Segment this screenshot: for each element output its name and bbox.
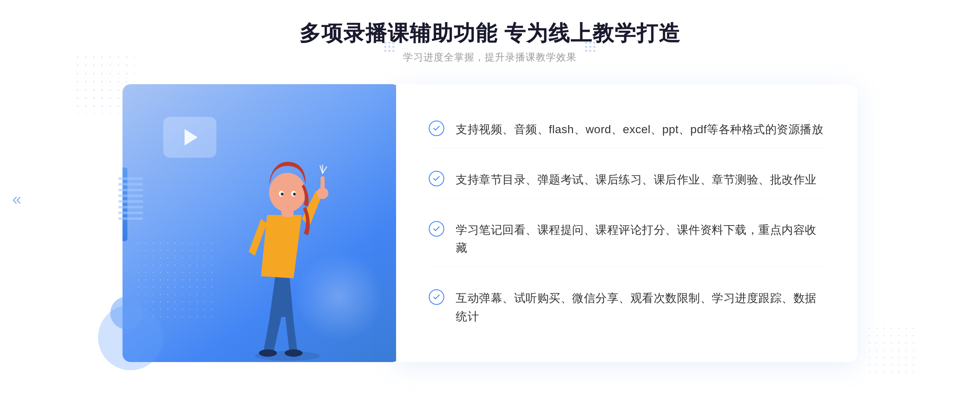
check-icon-1 — [429, 121, 444, 136]
content-area: 支持视频、音频、flash、word、excel、ppt、pdf等各种格式的资源… — [122, 84, 858, 362]
svg-point-4 — [269, 173, 306, 212]
play-bubble — [163, 117, 216, 158]
feature-text-1: 支持视频、音频、flash、word、excel、ppt、pdf等各种格式的资源… — [456, 121, 823, 139]
feature-item-4: 互动弹幕、试听购买、微信分享、观看次数限制、学习进度跟踪、数据统计 — [429, 280, 825, 335]
deco-circle-2 — [110, 297, 143, 329]
check-icon-4 — [429, 289, 444, 305]
bg-dots-decoration-2 — [866, 324, 915, 373]
svg-line-13 — [323, 167, 327, 173]
play-triangle-icon — [185, 129, 198, 145]
page-container: « 多项录播课辅助功能 专为线上教学打造 学习进度全掌握，提升录播课教学效果 — [0, 0, 980, 398]
svg-point-2 — [285, 349, 303, 357]
svg-point-8 — [293, 193, 296, 196]
main-title: 多项录播课辅助功能 专为线上教学打造 — [299, 20, 681, 46]
check-icon-2 — [429, 171, 444, 186]
left-arrow-decoration: « — [12, 190, 21, 208]
feature-text-3: 学习笔记回看、课程提问、课程评论打分、课件资料下载，重点内容收藏 — [456, 221, 825, 258]
features-panel: 支持视频、音频、flash、word、excel、ppt、pdf等各种格式的资源… — [396, 84, 858, 362]
feature-text-4: 互动弹幕、试听购买、微信分享、观看次数限制、学习进度跟踪、数据统计 — [456, 289, 825, 326]
check-icon-3 — [429, 221, 444, 237]
dots-left-decoration — [585, 42, 596, 52]
svg-point-7 — [281, 193, 284, 196]
header-section: 多项录播课辅助功能 专为线上教学打造 学习进度全掌握，提升录播课教学效果 — [299, 20, 681, 64]
feature-item-2: 支持章节目录、弹题考试、课后练习、课后作业、章节测验、批改作业 — [429, 162, 825, 199]
feature-text-2: 支持章节目录、弹题考试、课后练习、课后作业、章节测验、批改作业 — [456, 171, 817, 189]
subtitle: 学习进度全掌握，提升录播课教学效果 — [299, 51, 681, 64]
illustration-card — [122, 84, 400, 362]
feature-item-3: 学习笔记回看、课程提问、课程评论打分、课件资料下载，重点内容收藏 — [429, 212, 825, 267]
feature-item-1: 支持视频、音频、flash、word、excel、ppt、pdf等各种格式的资源… — [429, 112, 825, 148]
svg-point-1 — [259, 349, 277, 357]
dots-right-decoration — [384, 42, 395, 52]
stripe-decoration — [118, 174, 143, 223]
person-figure — [222, 125, 353, 362]
